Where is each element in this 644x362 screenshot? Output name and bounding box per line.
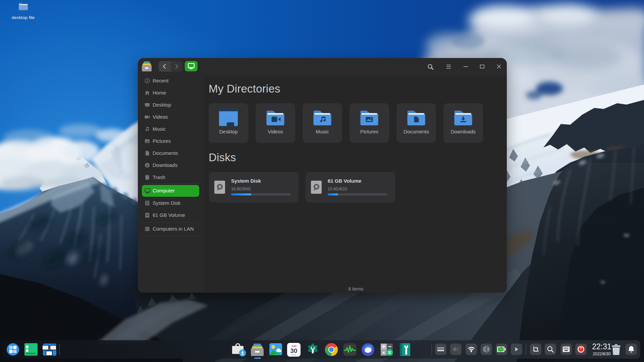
svg-text:30: 30 bbox=[290, 347, 297, 354]
svg-text:THUR: THUR bbox=[291, 354, 296, 356]
